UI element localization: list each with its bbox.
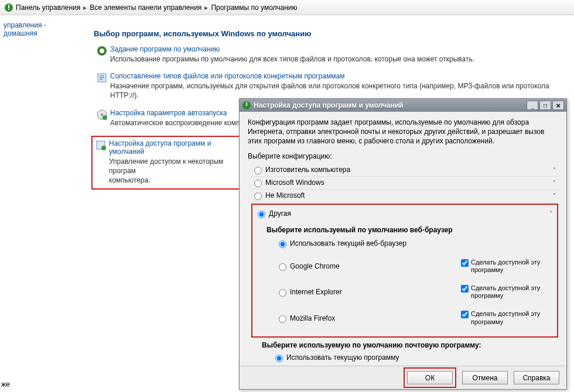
breadcrumb[interactable]: Панель управления ▸ Все элементы панели … [0, 0, 574, 15]
control-panel-icon [2, 3, 12, 12]
browser-label: Google Chrome [290, 262, 340, 270]
enable-checkbox[interactable] [461, 285, 469, 293]
config-label: Изготовитель компьютера [265, 166, 350, 174]
option-program-access[interactable]: Настройка доступа программ и умолчаний У… [93, 139, 245, 185]
enable-label: Сделать доступной эту программу [471, 284, 552, 300]
browser-option-firefox[interactable]: Mozilla Firefox Сделать доступной эту пр… [276, 310, 552, 325]
enable-label: Сделать доступной эту программу [471, 310, 552, 325]
option-desc: Использование программы по умолчанию для… [110, 54, 568, 64]
svg-rect-1 [8, 5, 9, 8]
config-radio[interactable] [254, 180, 262, 187]
config-radio[interactable] [258, 211, 265, 218]
config-radio[interactable] [254, 167, 262, 174]
mail-section-title: Выберите используемую по умолчанию почто… [262, 341, 556, 349]
enable-checkbox[interactable] [461, 259, 469, 267]
truncated-text: же [0, 380, 10, 388]
defaults-icon [94, 45, 110, 59]
config-list: Изготовитель компьютера ˅ Microsoft Wind… [251, 164, 558, 363]
ok-button[interactable]: ОК [407, 371, 453, 384]
dialog-titlebar[interactable]: Настройка доступа программ и умолчаний _… [240, 99, 566, 112]
dialog-choose-label: Выберите конфигурацию: [248, 152, 558, 160]
mail-option-current[interactable]: Использовать текущую программу [272, 353, 556, 362]
browser-option-chrome[interactable]: Google Chrome Сделать доступной эту прог… [276, 259, 552, 274]
browser-label: Использовать текущий веб-браузер [290, 239, 406, 247]
config-option-manufacturer[interactable]: Изготовитель компьютера ˅ [251, 164, 558, 177]
option-link[interactable]: Сопоставление типов файлов или протоколо… [110, 72, 568, 80]
option-associate-filetypes[interactable]: Сопоставление типов файлов или протоколо… [94, 72, 568, 100]
option-link[interactable]: Настройка доступа программ и умолчаний [109, 139, 245, 156]
dialog-body: Конфигурация программ задает программы, … [240, 112, 566, 366]
highlighted-option-box: Настройка доступа программ и умолчаний У… [91, 136, 248, 190]
chevron-right-icon: ▸ [82, 4, 88, 12]
dialog-program-access: Настройка доступа программ и умолчаний _… [239, 98, 567, 390]
breadcrumb-part[interactable]: Все элементы панели управления [88, 4, 203, 12]
option-link[interactable]: Задание программ по умолчанию [110, 45, 568, 53]
enable-checkbox[interactable] [461, 311, 469, 318]
filetype-icon [94, 72, 110, 86]
enable-label: Сделать доступной эту программу [471, 259, 552, 274]
svg-rect-6 [100, 75, 104, 77]
config-label: Microsoft Windows [265, 178, 324, 187]
chevron-right-icon: ▸ [203, 4, 209, 12]
config-radio[interactable] [254, 192, 262, 200]
svg-rect-7 [100, 77, 104, 78]
sidebar: управления - домашняя [0, 15, 82, 43]
highlighted-config-region: Другая ˄ Выберите используемый по умолча… [251, 204, 558, 338]
ok-button-highlight: ОК [404, 367, 456, 388]
breadcrumb-part[interactable]: Панель управления [14, 4, 82, 12]
dialog-icon [242, 101, 251, 110]
browser-label: Mozilla Firefox [290, 314, 335, 322]
mail-section: Выберите используемую по умолчанию почто… [251, 338, 558, 363]
sidebar-home-link[interactable]: управления - домашняя [4, 21, 46, 37]
svg-rect-8 [100, 79, 102, 80]
browser-label: Internet Explorer [290, 288, 342, 296]
browser-radio[interactable] [279, 315, 286, 323]
browser-option-ie[interactable]: Internet Explorer Сделать доступной эту … [276, 284, 552, 300]
autoplay-icon [94, 109, 110, 123]
maximize-button[interactable]: □ [539, 101, 551, 110]
svg-point-13 [101, 146, 106, 150]
chevron-up-icon[interactable]: ˄ [549, 210, 555, 216]
cancel-button[interactable]: Отмена [462, 371, 508, 384]
browser-radio[interactable] [279, 289, 286, 297]
svg-point-10 [101, 114, 103, 116]
browser-radio[interactable] [279, 240, 286, 248]
close-button[interactable]: ✕ [552, 101, 564, 110]
minimize-button[interactable]: _ [527, 101, 538, 110]
chevron-down-icon[interactable]: ˅ [553, 192, 558, 199]
browser-section: Выберите используемый по умолчанию веб-б… [255, 220, 555, 333]
breadcrumb-part[interactable]: Программы по умолчанию [209, 4, 299, 12]
svg-point-11 [102, 115, 107, 120]
chevron-down-icon[interactable]: ˅ [553, 167, 558, 173]
mail-label: Использовать текущую программу [286, 353, 399, 362]
browser-option-current[interactable]: Использовать текущий веб-браузер [276, 239, 552, 248]
browser-radio[interactable] [279, 263, 286, 271]
page-title: Выбор программ, используемых Windows по … [94, 29, 568, 38]
option-desc: Назначение программ, используемых для от… [110, 81, 568, 100]
svg-rect-2 [8, 9, 9, 10]
config-label: Не Microsoft [265, 191, 305, 200]
chevron-down-icon[interactable]: ˅ [553, 180, 558, 186]
dialog-footer: ОК Отмена Справка [240, 366, 566, 389]
browser-section-title: Выберите используемый по умолчанию веб-б… [266, 226, 552, 234]
mail-radio[interactable] [275, 355, 283, 362]
option-set-defaults[interactable]: Задание программ по умолчанию Использова… [94, 45, 568, 64]
svg-rect-15 [246, 102, 247, 106]
help-button[interactable]: Справка [514, 371, 559, 384]
dialog-intro: Конфигурация программ задает программы, … [248, 118, 558, 146]
dialog-title: Настройка доступа программ и умолчаний [254, 101, 403, 109]
config-option-other[interactable]: Другая ˄ [255, 207, 555, 220]
option-desc: Управление доступом к некоторым програм … [109, 157, 245, 185]
svg-point-4 [100, 49, 104, 53]
config-option-microsoft[interactable]: Microsoft Windows ˅ [251, 177, 558, 190]
config-option-non-microsoft[interactable]: Не Microsoft ˅ [251, 190, 558, 202]
program-access-icon [93, 139, 109, 153]
config-label: Другая [269, 209, 291, 218]
